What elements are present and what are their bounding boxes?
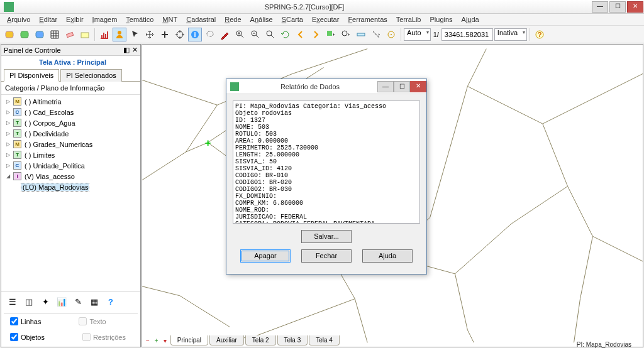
menu-mnt[interactable]: MNT	[158, 14, 182, 24]
person-icon[interactable]	[113, 28, 126, 41]
chk-objetos[interactable]: Objetos	[10, 333, 45, 341]
move-icon[interactable]	[143, 28, 157, 41]
svg-rect-15	[357, 33, 365, 36]
expand-icon[interactable]: ▷	[5, 152, 11, 158]
report-textarea[interactable]: PI: Mapa_Rodovias Categoria: Vias_acesso…	[233, 101, 420, 224]
collapse-icon[interactable]: ◢	[5, 173, 11, 179]
back-icon[interactable]	[294, 28, 308, 41]
expand-icon[interactable]: ▷	[5, 131, 11, 136]
expand-icon[interactable]: ▷	[5, 99, 11, 104]
menu-exibir[interactable]: Exibir	[62, 14, 88, 24]
chart-icon[interactable]	[97, 28, 111, 41]
tab-pi-disponiveis[interactable]: PI Disponíveis	[4, 69, 59, 82]
menu-plugins[interactable]: Plugins	[426, 14, 457, 24]
canvas-tab-principal[interactable]: Principal	[170, 335, 208, 345]
canvas-tab-auxiliar[interactable]: Auxiliar	[209, 335, 244, 345]
db-green-icon[interactable]	[18, 28, 31, 41]
refresh-icon[interactable]	[279, 28, 292, 41]
canvas-tab-tela3[interactable]: Tela 3	[277, 335, 308, 345]
lasso-icon[interactable]	[203, 28, 217, 41]
panel-close-icon[interactable]: ✕	[132, 46, 138, 54]
menu-rede[interactable]: Rede	[220, 14, 245, 24]
crosshair-icon[interactable]	[173, 28, 187, 41]
scale-input[interactable]	[441, 28, 493, 41]
tree-node: ▷M( ) Altimetria	[4, 96, 138, 107]
ajuda-button[interactable]: Ajuda	[362, 249, 413, 263]
fraction-label: 1/	[432, 31, 440, 38]
expand-icon[interactable]: ▷	[5, 109, 11, 115]
inativa-select[interactable]: Inativa	[494, 28, 527, 41]
chk-linhas[interactable]: Linhas	[10, 317, 41, 325]
menu-ferramentas[interactable]: Ferramentas	[343, 14, 391, 24]
measure-icon[interactable]	[354, 28, 368, 41]
svg-point-17	[391, 34, 392, 35]
grid-icon[interactable]	[48, 28, 62, 41]
db-yellow-icon[interactable]	[3, 28, 16, 41]
scale-mode-select[interactable]: Auto	[404, 28, 431, 41]
svg-point-14	[342, 31, 347, 36]
app-icon	[4, 2, 14, 12]
panel-float-icon[interactable]: ◧	[123, 46, 130, 54]
target-icon[interactable]	[384, 28, 398, 41]
pen-icon[interactable]: ✎	[72, 295, 84, 308]
tab-pi-selecionados[interactable]: PI Selecionados	[60, 69, 122, 82]
menu-ajuda[interactable]: Ajuda	[457, 14, 484, 24]
props-icon[interactable]: ◫	[23, 295, 35, 308]
help2-icon[interactable]: ?	[104, 295, 117, 308]
expand-icon[interactable]: ▷	[5, 120, 11, 126]
pointer-icon[interactable]	[128, 28, 142, 41]
expand-icon[interactable]: ▷	[5, 163, 11, 168]
zoomsel-dd-icon[interactable]	[339, 28, 353, 41]
menu-imagem[interactable]: Imagem	[88, 14, 122, 24]
menu-arquivo[interactable]: Arquivo	[3, 14, 35, 24]
list-icon[interactable]: ☰	[6, 295, 19, 308]
salvar-button[interactable]: Salvar...	[301, 230, 352, 243]
layers-dd-icon[interactable]	[324, 28, 338, 41]
plus-icon[interactable]	[158, 28, 172, 41]
menu-analise[interactable]: Análise	[246, 14, 277, 24]
svg-point-9	[207, 31, 213, 36]
eraser-icon[interactable]	[63, 28, 77, 41]
tab-remove-icon[interactable]: −	[143, 337, 152, 344]
close-button[interactable]: ✕	[627, 1, 643, 13]
tree-node: ▷T( ) Limites	[4, 150, 138, 160]
canvas-tab-tela2[interactable]: Tela 2	[245, 335, 276, 345]
info-icon[interactable]: i	[188, 28, 202, 41]
fechar-button[interactable]: Fechar	[301, 249, 352, 263]
expand-icon[interactable]: ▷	[5, 141, 11, 147]
menu-scarta[interactable]: SCarta	[277, 14, 308, 24]
menu-cadastral[interactable]: Cadastral	[182, 14, 220, 24]
menu-bar: Arquivo Editar Exibir Imagem Temático MN…	[0, 14, 644, 26]
dialog-minimize-button[interactable]: —	[377, 81, 394, 92]
menu-executar[interactable]: Executar	[308, 14, 343, 24]
menu-terralib[interactable]: TerraLib	[392, 14, 426, 24]
forward-icon[interactable]	[309, 28, 323, 41]
minimize-button[interactable]: —	[592, 1, 608, 13]
wand-icon[interactable]: ✦	[39, 295, 52, 308]
maximize-button[interactable]: ☐	[609, 1, 626, 13]
layer-icon[interactable]	[78, 28, 92, 41]
ruler-dd-icon[interactable]	[369, 28, 383, 41]
canvas-tab-tela4[interactable]: Tela 4	[309, 335, 340, 345]
zoom-out-icon[interactable]	[248, 28, 262, 41]
zoom-fit-icon[interactable]	[264, 28, 277, 41]
tree-node: ◢I(V) Vias_acesso	[4, 171, 138, 182]
dialog-maximize-button[interactable]: ☐	[394, 81, 410, 92]
help-icon[interactable]: ?	[533, 28, 547, 41]
pencil-icon[interactable]	[218, 28, 232, 41]
category-label: Categoria / Plano de Informação	[1, 82, 140, 95]
chart2-icon[interactable]: 📊	[55, 295, 68, 308]
dialog-icon	[230, 82, 239, 91]
apagar-button[interactable]: Apagar	[240, 249, 291, 263]
chk-texto[interactable]: Texto	[79, 317, 106, 325]
chk-restricoes[interactable]: Restrições	[82, 333, 126, 341]
zoom-in-icon[interactable]	[233, 28, 247, 41]
dialog-close-button[interactable]: ✕	[410, 81, 426, 92]
db-blue-icon[interactable]	[33, 28, 47, 41]
table-icon[interactable]: ▦	[88, 295, 101, 308]
tab-add-icon[interactable]: +	[152, 337, 161, 344]
menu-editar[interactable]: Editar	[35, 14, 62, 24]
menu-tematico[interactable]: Temático	[121, 14, 158, 24]
tab-menu-icon[interactable]: ▾	[161, 337, 169, 344]
canvas-tabbar: − + ▾ Principal Auxiliar Tela 2 Tela 3 T…	[143, 335, 340, 345]
